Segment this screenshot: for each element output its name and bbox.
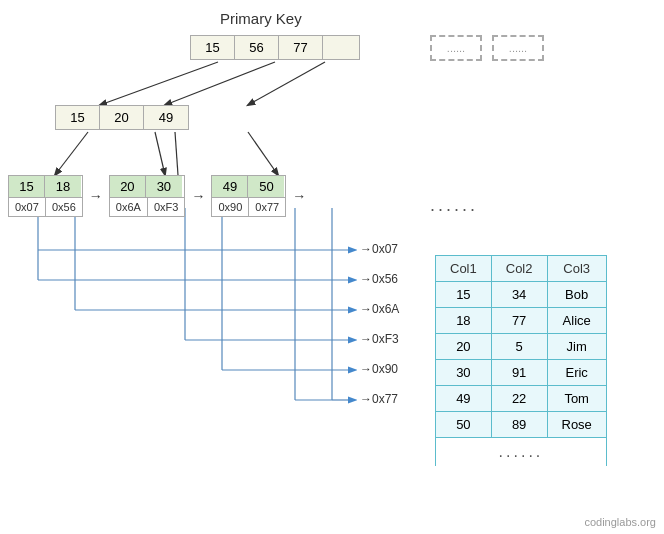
addr-0x90: →0x90 xyxy=(360,362,398,376)
cell-2-2: 77 xyxy=(491,308,547,334)
leaf-top-2-2: 30 xyxy=(146,176,182,197)
svg-line-6 xyxy=(175,132,178,175)
leaf-top-1-2: 18 xyxy=(45,176,81,197)
addr-0x6A: →0x6A xyxy=(360,302,399,316)
svg-line-4 xyxy=(155,132,165,175)
svg-line-2 xyxy=(248,62,325,105)
cell-2-1: 18 xyxy=(436,308,492,334)
l2-cell-1: 15 xyxy=(56,106,100,129)
data-table: Col1 Col2 Col3 15 34 Bob 18 77 Alice 20 … xyxy=(435,255,607,466)
leaf-top-1-1: 15 xyxy=(9,176,45,197)
leaf-node-2: 20 30 0x6A 0xF3 xyxy=(109,175,186,217)
l2-cell-3: 49 xyxy=(144,106,188,129)
main-container: Primary Key xyxy=(0,0,664,534)
svg-line-1 xyxy=(165,62,275,105)
pk-cell-4 xyxy=(323,44,359,52)
cell-6-2: 89 xyxy=(491,412,547,438)
addr-0x77: →0x77 xyxy=(360,392,398,406)
addr-0xF3: →0xF3 xyxy=(360,332,399,346)
svg-line-3 xyxy=(55,132,88,175)
pk-dashed-group: ...... ...... xyxy=(430,35,544,61)
leaf-node-3: 49 50 0x90 0x77 xyxy=(211,175,286,217)
dots-middle: ...... xyxy=(430,195,478,216)
leaf-row: 15 18 0x07 0x56 → 20 30 0x6A 0xF3 → 49 xyxy=(8,175,308,217)
cell-1-3: Bob xyxy=(547,282,606,308)
cell-4-3: Eric xyxy=(547,360,606,386)
table-row: 20 5 Jim xyxy=(436,334,607,360)
arrow-3: → xyxy=(292,188,306,204)
leaf-bot-2-2: 0xF3 xyxy=(148,198,184,216)
table-row: 49 22 Tom xyxy=(436,386,607,412)
cell-3-3: Jim xyxy=(547,334,606,360)
col-header-2: Col2 xyxy=(491,256,547,282)
cell-1-1: 15 xyxy=(436,282,492,308)
l2-box: 15 20 49 xyxy=(55,105,189,130)
leaf-node-1: 15 18 0x07 0x56 xyxy=(8,175,83,217)
level2-row: 15 20 49 xyxy=(55,105,189,130)
table-row: 50 89 Rose xyxy=(436,412,607,438)
cell-3-2: 5 xyxy=(491,334,547,360)
page-title: Primary Key xyxy=(220,10,302,27)
cell-1-2: 34 xyxy=(491,282,547,308)
arrow-2: → xyxy=(191,188,205,204)
table-dots: ...... xyxy=(436,438,607,467)
watermark: codinglabs.org xyxy=(584,516,656,528)
cell-5-1: 49 xyxy=(436,386,492,412)
cell-4-2: 91 xyxy=(491,360,547,386)
pk-row: 15 56 77 xyxy=(190,35,360,60)
cell-5-3: Tom xyxy=(547,386,606,412)
addr-0x07: →0x07 xyxy=(360,242,398,256)
cell-6-3: Rose xyxy=(547,412,606,438)
cell-4-1: 30 xyxy=(436,360,492,386)
table-row: 18 77 Alice xyxy=(436,308,607,334)
col-header-3: Col3 xyxy=(547,256,606,282)
table-dots-row: ...... xyxy=(436,438,607,467)
leaf-bot-2-1: 0x6A xyxy=(110,198,148,216)
leaf-bot-3-1: 0x90 xyxy=(212,198,249,216)
leaf-bot-1-1: 0x07 xyxy=(9,198,46,216)
pk-box: 15 56 77 xyxy=(190,35,360,60)
dashed-box-2: ...... xyxy=(492,35,544,61)
svg-line-0 xyxy=(100,62,218,105)
leaf-bot-3-2: 0x77 xyxy=(249,198,285,216)
leaf-top-2-1: 20 xyxy=(110,176,146,197)
dashed-box-1: ...... xyxy=(430,35,482,61)
cell-3-1: 20 xyxy=(436,334,492,360)
table-row: 30 91 Eric xyxy=(436,360,607,386)
leaf-bot-1-2: 0x56 xyxy=(46,198,82,216)
l2-cell-2: 20 xyxy=(100,106,144,129)
pk-cell-1: 15 xyxy=(191,36,235,59)
pk-cell-2: 56 xyxy=(235,36,279,59)
cell-2-3: Alice xyxy=(547,308,606,334)
leaf-top-3-1: 49 xyxy=(212,176,248,197)
svg-line-5 xyxy=(248,132,278,175)
col-header-1: Col1 xyxy=(436,256,492,282)
pk-cell-3: 77 xyxy=(279,36,323,59)
cell-6-1: 50 xyxy=(436,412,492,438)
arrow-1: → xyxy=(89,188,103,204)
leaf-top-3-2: 50 xyxy=(248,176,284,197)
addr-0x56: →0x56 xyxy=(360,272,398,286)
table-row: 15 34 Bob xyxy=(436,282,607,308)
cell-5-2: 22 xyxy=(491,386,547,412)
